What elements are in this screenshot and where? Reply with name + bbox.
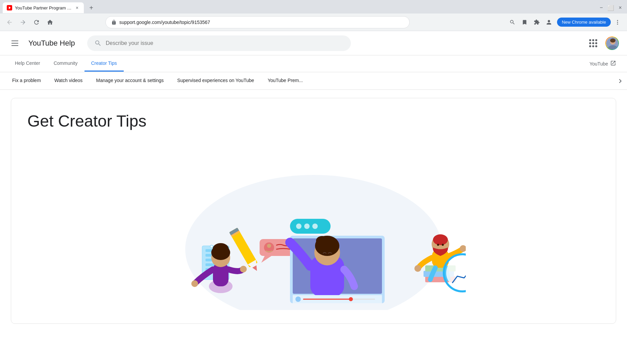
svg-point-5 (617, 23, 618, 24)
back-button[interactable] (4, 17, 15, 28)
tab-community[interactable]: Community (47, 56, 85, 72)
minimize-button[interactable]: − (597, 4, 605, 12)
close-button[interactable]: × (616, 4, 624, 12)
youtube-external-link[interactable]: YouTube (587, 55, 619, 72)
toolbar-actions: New Chrome available (507, 17, 623, 28)
page-content: YouTube Help (0, 31, 627, 332)
new-tab-button[interactable]: + (87, 3, 96, 12)
sub-nav-watch-videos[interactable]: Watch videos (48, 72, 90, 89)
reload-button[interactable] (31, 17, 42, 28)
search-bar[interactable] (87, 35, 351, 51)
svg-point-8 (610, 38, 616, 43)
external-link-icon (610, 60, 616, 67)
sub-nav-arrow-button[interactable] (613, 72, 627, 89)
svg-point-58 (433, 234, 448, 245)
lock-icon (111, 20, 117, 25)
tab-title: YouTube Partner Program - Yo... (15, 5, 72, 10)
svg-point-40 (304, 224, 310, 229)
svg-point-30 (217, 257, 219, 260)
youtube-link-label: YouTube (589, 61, 608, 67)
menu-button[interactable] (612, 17, 623, 28)
illustration-area (27, 141, 600, 310)
svg-point-32 (191, 280, 198, 287)
browser-frame: YouTube Partner Program - Yo... × + − ⬜ … (0, 0, 627, 31)
svg-point-64 (446, 257, 466, 289)
avatar[interactable] (605, 36, 619, 50)
svg-point-61 (414, 265, 421, 272)
new-chrome-badge[interactable]: New Chrome available (557, 18, 611, 27)
tab-close-button[interactable]: × (74, 5, 80, 10)
tab-help-center[interactable]: Help Center (8, 56, 47, 72)
home-button[interactable] (45, 17, 55, 28)
sub-nav-fix-problem[interactable]: Fix a problem (5, 72, 48, 89)
browser-titlebar: YouTube Partner Program - Yo... × + − ⬜ … (0, 0, 627, 14)
bookmark-button[interactable] (519, 17, 530, 28)
creator-tips-title: Get Creator Tips (27, 112, 600, 130)
site-logo: YouTube Help (28, 39, 75, 48)
main-content: Get Creator Tips (0, 90, 627, 332)
svg-point-3 (617, 20, 618, 21)
header-right (586, 36, 619, 50)
sub-nav: Fix a problem Watch videos Manage your a… (0, 72, 627, 90)
profile-button[interactable] (544, 17, 554, 28)
tab-favicon (7, 5, 12, 10)
site-header: YouTube Help (0, 31, 627, 55)
svg-point-37 (267, 244, 271, 248)
sub-nav-manage-account[interactable]: Manage your account & settings (89, 72, 170, 89)
svg-point-31 (222, 257, 224, 260)
apps-grid-button[interactable] (586, 36, 600, 50)
forward-button[interactable] (18, 17, 28, 28)
svg-point-49 (295, 296, 301, 302)
maximize-button[interactable]: ⬜ (607, 4, 615, 12)
search-input[interactable] (106, 40, 344, 46)
svg-point-4 (617, 22, 618, 23)
svg-point-39 (296, 224, 302, 229)
svg-point-52 (349, 297, 353, 301)
url-text: support.google.com/youtube/topic/9153567 (119, 20, 404, 25)
svg-point-47 (316, 236, 328, 245)
window-controls: − ⬜ × (597, 4, 624, 12)
svg-point-41 (312, 224, 318, 229)
sub-nav-premium[interactable]: YouTube Prem... (261, 72, 310, 89)
tab-creator-tips[interactable]: Creator Tips (85, 56, 124, 72)
apps-grid-icon (589, 39, 597, 47)
svg-point-2 (548, 20, 550, 22)
svg-point-33 (240, 266, 247, 272)
browser-toolbar: support.google.com/youtube/topic/9153567… (0, 14, 627, 31)
address-bar[interactable]: support.google.com/youtube/topic/9153567 (105, 16, 410, 28)
creator-tips-card: Get Creator Tips (11, 98, 616, 324)
svg-point-60 (442, 244, 444, 246)
nav-tabs: Help Center Community Creator Tips YouTu… (0, 55, 627, 72)
svg-point-29 (213, 243, 229, 255)
nav-tabs-right: YouTube (587, 55, 619, 72)
hamburger-icon (11, 41, 18, 46)
extensions-button[interactable] (531, 17, 542, 28)
svg-point-16 (210, 245, 213, 248)
zoom-button[interactable] (507, 17, 518, 28)
sub-nav-supervised[interactable]: Supervised experiences on YouTube (170, 72, 261, 89)
svg-point-59 (437, 244, 439, 246)
creator-tips-illustration (162, 141, 466, 310)
search-icon (94, 40, 102, 47)
hamburger-button[interactable] (8, 36, 22, 50)
browser-tab[interactable]: YouTube Partner Program - Yo... × (3, 2, 84, 13)
